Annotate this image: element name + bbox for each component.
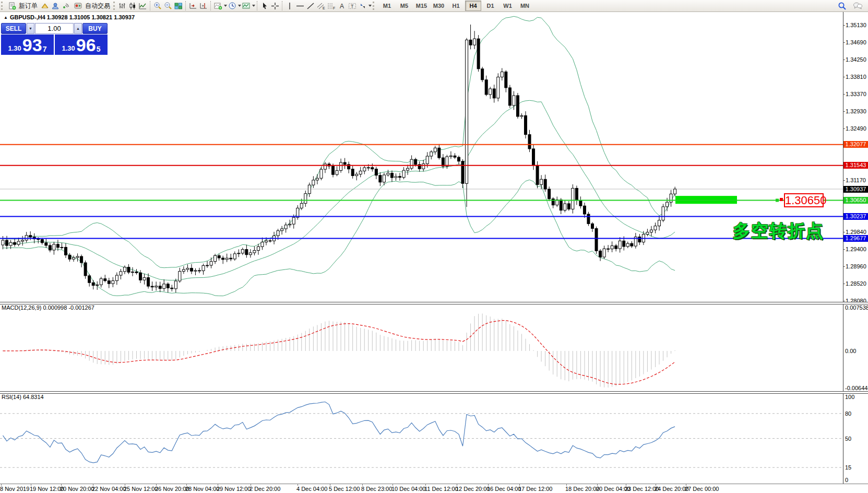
line-chart-icon[interactable] <box>138 1 148 11</box>
time-axis-label: 29 Nov 12:00 <box>217 486 251 492</box>
chart-header: ▲GBPUSD-,H4 1.30928 1.31005 1.30821 1.30… <box>4 14 135 20</box>
collapse-trade-panel-icon[interactable]: ▲ <box>4 15 8 20</box>
template-dropdown-icon[interactable] <box>252 5 255 7</box>
crosshair-icon[interactable] <box>270 1 280 11</box>
svg-text:E: E <box>323 6 325 10</box>
auto-scroll-icon[interactable] <box>188 1 198 11</box>
volume-input[interactable]: 1.00 <box>35 23 74 34</box>
time-axis-label: 22 Nov 04:00 <box>92 486 126 492</box>
volume-decrease-button[interactable]: ▼ <box>27 23 34 34</box>
buy-price-prefix: 1.30 <box>62 44 75 52</box>
time-axis-label: 28 Nov 04:00 <box>185 486 219 492</box>
auto-trading-icon <box>73 1 84 11</box>
arrows-icon[interactable] <box>358 1 368 11</box>
toolbar-separator <box>257 1 257 10</box>
sell-price-big: 93 <box>22 37 42 53</box>
svg-text:T: T <box>351 4 354 9</box>
time-axis-label: 26 Nov 20:00 <box>155 486 189 492</box>
one-click-trading-panel: SELL ▼ 1.00 ▲ BUY 1.30937 1.30965 <box>1 23 108 55</box>
toolbar-grip <box>373 2 374 10</box>
chat-icon[interactable] <box>852 1 863 11</box>
zoom-out-icon[interactable] <box>163 1 173 11</box>
macd-histogram <box>3 313 675 388</box>
text-icon[interactable]: A <box>337 1 347 11</box>
macd-indicator-label: MACD(12,26,9) 0.000998 -0.001267 <box>2 304 94 311</box>
volume-increase-button[interactable]: ▲ <box>74 23 82 34</box>
timeframe-w1-button[interactable]: W1 <box>500 1 516 11</box>
timeframe-mn-button[interactable]: MN <box>517 1 533 11</box>
sell-button[interactable]: SELL <box>1 23 26 34</box>
time-axis-label: 12 Dec 20:00 <box>456 486 490 492</box>
time-axis-label: 23 Dec 12:00 <box>625 486 659 492</box>
text-label-icon[interactable]: T <box>347 1 358 11</box>
time-axis-label: 16 Dec 04:00 <box>487 486 521 492</box>
sell-price[interactable]: 1.30937 <box>1 34 54 55</box>
time-axis-label: 11 Dec 12:00 <box>424 486 458 492</box>
toolbar: 新订单 自动交易 E F A T M1M5M15M30H1H4D1W1MN <box>0 0 868 12</box>
buy-price-pip: 5 <box>97 45 101 53</box>
horizontal-line-icon[interactable] <box>295 1 305 11</box>
zoom-in-icon[interactable] <box>152 1 163 11</box>
toolbar-grip <box>113 2 115 10</box>
period-clock-icon[interactable] <box>227 1 237 11</box>
time-axis-label: 2 Dec 20:00 <box>249 486 280 492</box>
cursor-icon[interactable] <box>259 1 270 11</box>
timeframe-h4-button[interactable]: H4 <box>465 1 481 11</box>
time-axis-label: 8 Dec 23:00 <box>361 486 392 492</box>
price-callout-label[interactable]: 1.30650 <box>784 193 824 207</box>
time-axis-label: 5 Dec 12:00 <box>329 486 360 492</box>
callout-anchor-square[interactable] <box>780 198 783 201</box>
auto-trading-label: 自动交易 <box>85 2 110 10</box>
rsi-line <box>3 402 675 463</box>
svg-text:F: F <box>333 6 335 10</box>
add-indicator-icon[interactable] <box>213 1 223 11</box>
time-axis-label: 24 Dec 20:00 <box>655 486 688 492</box>
new-order-label: 新订单 <box>19 2 38 10</box>
tile-windows-icon[interactable] <box>173 1 184 11</box>
rsi-pane-separator[interactable] <box>0 391 868 394</box>
time-axis-label: 17 Dec 12:00 <box>518 486 552 492</box>
chart-canvas[interactable] <box>0 0 868 493</box>
template-icon[interactable] <box>241 1 252 11</box>
time-axis-label: 19 Nov 12:00 <box>30 486 64 492</box>
community-icon[interactable] <box>50 1 61 11</box>
search-icon[interactable] <box>837 1 847 11</box>
macd-pane-separator[interactable] <box>0 302 868 304</box>
fibonacci-icon[interactable]: F <box>326 1 337 11</box>
time-axis-label: 20 Nov 20:00 <box>60 486 94 492</box>
chart-shift-icon[interactable] <box>198 1 209 11</box>
time-axis-label: 10 Dec 04:00 <box>391 486 425 492</box>
buy-price[interactable]: 1.30965 <box>55 34 108 55</box>
timeframe-m1-button[interactable]: M1 <box>379 1 395 11</box>
bar-chart-icon[interactable] <box>117 1 127 11</box>
timeframe-m30-button[interactable]: M30 <box>431 1 447 11</box>
timeframe-d1-button[interactable]: D1 <box>482 1 498 11</box>
time-axis-label: 25 Nov 12:00 <box>124 486 158 492</box>
time-axis-line <box>0 484 868 484</box>
time-axis-label: 4 Dec 04:00 <box>296 486 327 492</box>
rsi-indicator-label: RSI(14) 64.8314 <box>2 394 44 400</box>
trendline-icon[interactable] <box>305 1 316 11</box>
line-anchor-square <box>776 199 779 202</box>
toolbar-separator <box>282 1 282 10</box>
auto-trading-button[interactable]: 自动交易 <box>71 1 112 11</box>
arrows-dropdown-icon[interactable] <box>368 5 372 7</box>
timeframe-m15-button[interactable]: M15 <box>413 1 430 11</box>
annotation-text[interactable]: 多空转折点 <box>733 219 824 243</box>
buy-button[interactable]: BUY <box>82 23 108 34</box>
candlestick-chart-icon[interactable] <box>127 1 138 11</box>
buy-price-big: 96 <box>76 37 96 53</box>
timeframe-m5-button[interactable]: M5 <box>396 1 412 11</box>
new-order-button[interactable]: 新订单 <box>5 1 40 11</box>
timeframe-h1-button[interactable]: H1 <box>448 1 464 11</box>
bollinger-bands <box>3 16 675 296</box>
equidistant-channel-icon[interactable]: E <box>316 1 326 11</box>
new-order-icon <box>7 1 17 11</box>
timeframe-bar: M1M5M15M30H1H4D1W1MN <box>378 1 533 11</box>
market-watch-icon[interactable] <box>40 1 50 11</box>
time-axis-label: 27 Dec 00:00 <box>685 486 719 492</box>
vertical-line-icon[interactable] <box>284 1 295 11</box>
signals-icon[interactable] <box>61 1 71 11</box>
toolbar-separator <box>150 1 150 10</box>
sell-price-prefix: 1.30 <box>8 44 21 52</box>
